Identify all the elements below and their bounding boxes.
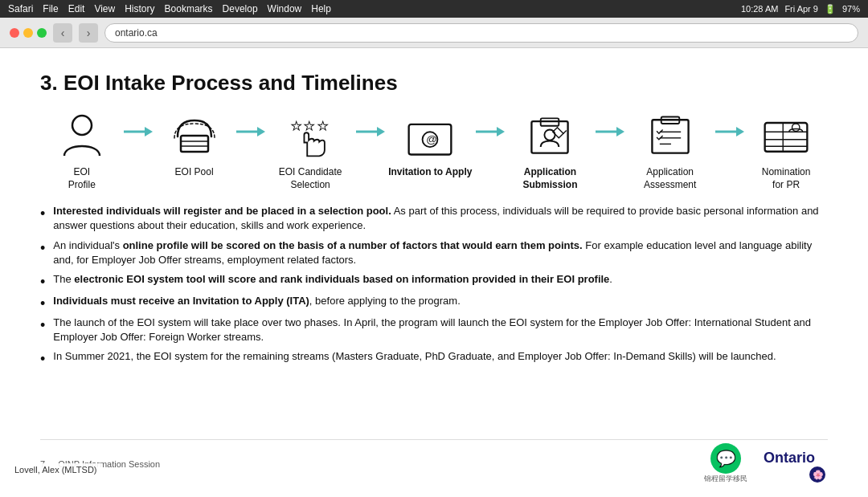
footer-right: 💬 锦程留学移民 Ontario 🌸 (704, 443, 828, 484)
close-button[interactable] (10, 28, 19, 38)
bullet-4: • Individuals must receive an Invitation… (40, 294, 828, 311)
macos-right: 10:28 AM Fri Apr 9 🔋 97% (741, 4, 860, 14)
presenter-label: Lovell, Alex (MLTSD) (10, 463, 102, 476)
menu-help[interactable]: Help (311, 3, 331, 14)
app-name: Safari (8, 3, 33, 14)
bullet-text-2: An individual's online profile will be s… (53, 238, 828, 267)
step-application-submission-label: ApplicationSubmission (522, 166, 577, 191)
step-eoi-candidate-label: EOI CandidateSelection (279, 166, 342, 191)
macos-top-bar: Safari File Edit View History Bookmarks … (0, 0, 868, 18)
step-assessment: ApplicationAssessment (624, 110, 715, 191)
arrow-4 (476, 126, 505, 163)
step-assessment-label: ApplicationAssessment (644, 166, 696, 191)
step-eoi-candidate: ★ ★ ★ EOI CandidateSelection (265, 110, 356, 191)
menu-history[interactable]: History (125, 3, 154, 14)
wechat-icon: 💬 (710, 443, 741, 474)
bullet-6: • In Summer 2021, the EOI system for the… (40, 349, 828, 366)
maximize-button[interactable] (37, 28, 47, 38)
svg-rect-3 (181, 136, 208, 152)
ontario-branding: Ontario 🌸 (764, 445, 828, 483)
back-button[interactable]: ‹ (53, 23, 72, 43)
bullet-dot-5: • (40, 318, 45, 332)
address-bar[interactable]: ontario.ca (104, 23, 858, 43)
svg-text:★: ★ (318, 119, 329, 132)
svg-text:Ontario: Ontario (764, 450, 815, 466)
slide-title: 3. EOI Intake Process and Timelines (40, 71, 828, 96)
svg-point-0 (72, 116, 92, 135)
svg-line-21 (563, 130, 567, 133)
bullet-text-1: Interested individuals will register and… (53, 204, 828, 233)
process-flow: EOIProfile EOI Pool (40, 110, 828, 191)
minimize-button[interactable] (23, 28, 33, 38)
step-nomination-label: Nominationfor PR (762, 166, 811, 191)
traffic-lights (10, 28, 47, 38)
menu-develop[interactable]: Develop (223, 3, 258, 14)
svg-text:@: @ (427, 133, 437, 145)
bullet-text-5: The launch of the EOI system will take p… (53, 316, 828, 344)
content-area: 3. EOI Intake Process and Timelines EOIP… (0, 48, 868, 497)
step-eoi-pool-label: EOI Pool (175, 166, 214, 179)
bullet-3: • The electronic EOI system tool will sc… (40, 272, 828, 289)
arrow-3 (356, 126, 385, 163)
date: Fri Apr 9 (784, 4, 818, 14)
assessment-icon (645, 110, 696, 161)
battery-level: 97% (842, 4, 860, 14)
svg-text:🌸: 🌸 (813, 469, 824, 480)
eoi-profile-icon (56, 110, 108, 161)
bullet-text-3: The electronic EOI system tool will scor… (53, 272, 828, 287)
svg-text:★: ★ (305, 119, 315, 132)
menu-window[interactable]: Window (268, 3, 302, 14)
eoi-candidate-icon: ★ ★ ★ (285, 110, 336, 161)
slide: 3. EOI Intake Process and Timelines EOIP… (0, 48, 868, 497)
svg-marker-12 (377, 127, 385, 136)
bullet-list: • Interested individuals will register a… (40, 204, 828, 436)
arrow-2 (236, 126, 265, 163)
battery-icon: 🔋 (825, 4, 836, 14)
safari-toolbar: ‹ › ontario.ca (0, 18, 868, 48)
macos-left: Safari File Edit View History Bookmarks … (8, 3, 331, 14)
svg-point-36 (792, 124, 800, 131)
wechat-label: 锦程留学移民 (704, 474, 747, 484)
menu-edit[interactable]: Edit (68, 3, 85, 14)
step-application-submission: ApplicationSubmission (505, 110, 596, 191)
step-eoi-profile-label: EOIProfile (68, 166, 96, 191)
arrow-1 (124, 126, 153, 163)
svg-marker-17 (497, 127, 505, 136)
svg-marker-30 (736, 127, 744, 136)
url-text: ontario.ca (115, 27, 158, 39)
svg-marker-7 (257, 127, 265, 136)
slide-footer: 7 OINP Information Session 💬 锦程留学移民 Onta… (40, 439, 828, 484)
forward-button[interactable]: › (79, 23, 98, 43)
svg-text:★: ★ (291, 119, 301, 132)
step-invitation: @ Invitation to Apply (385, 110, 476, 179)
nomination-icon (760, 110, 812, 161)
menu-file[interactable]: File (43, 3, 58, 14)
bullet-dot-1: • (40, 206, 45, 221)
menu-view[interactable]: View (94, 3, 115, 14)
svg-marker-2 (145, 127, 153, 136)
application-submission-icon (524, 110, 575, 161)
bullet-dot-6: • (40, 352, 45, 366)
step-eoi-profile: EOIProfile (40, 110, 124, 191)
step-nomination: Nominationfor PR (744, 110, 828, 191)
bullet-1: • Interested individuals will register a… (40, 204, 828, 233)
step-invitation-label: Invitation to Apply (388, 166, 472, 179)
bullet-5: • The launch of the EOI system will take… (40, 316, 828, 344)
step-eoi-pool: EOI Pool (153, 110, 236, 179)
menu-bookmarks[interactable]: Bookmarks (165, 3, 213, 14)
eoi-pool-icon (169, 110, 220, 161)
bullet-dot-4: • (40, 296, 45, 311)
svg-rect-24 (652, 120, 688, 153)
bullet-2: • An individual's online profile will be… (40, 238, 828, 267)
wechat-watermark: 💬 锦程留学移民 (704, 443, 747, 484)
clock: 10:28 AM (741, 4, 778, 14)
bullet-dot-2: • (40, 241, 45, 255)
svg-marker-23 (616, 127, 624, 136)
arrow-5 (596, 126, 624, 163)
bullet-dot-3: • (40, 275, 45, 289)
bullet-text-6: In Summer 2021, the EOI system for the r… (53, 349, 828, 364)
svg-rect-31 (765, 123, 808, 152)
ontario-trillium-icon: 🌸 (809, 466, 826, 483)
bullet-text-4: Individuals must receive an Invitation t… (53, 294, 828, 308)
arrow-6 (715, 126, 744, 163)
